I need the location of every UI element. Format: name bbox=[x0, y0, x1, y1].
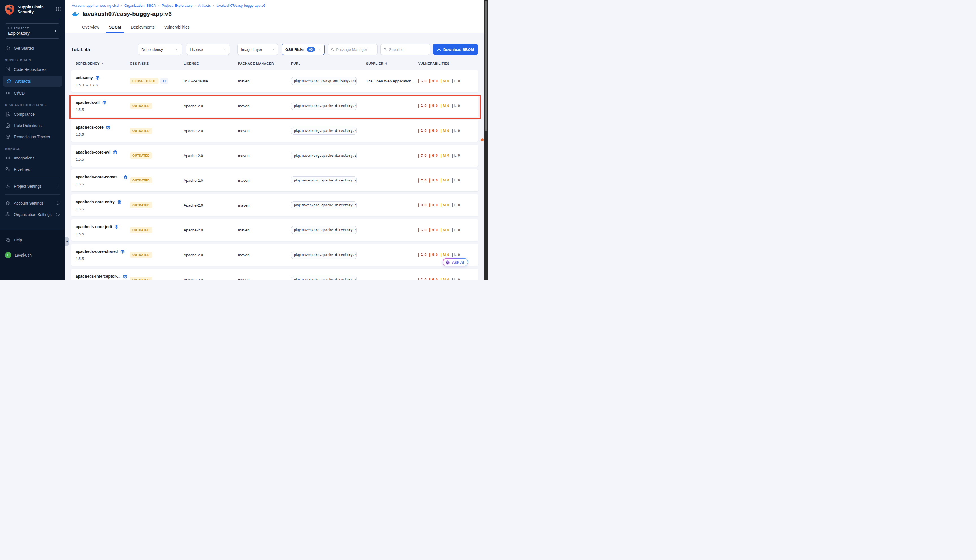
oss-risks-cell: OUTDATED bbox=[130, 103, 184, 109]
dependency-filter-dropdown[interactable]: Dependency bbox=[138, 44, 182, 55]
table-row-apacheds-interceptor-[interactable]: apacheds-interceptor-...1.5.5OUTDATEDApa… bbox=[71, 269, 478, 280]
dropdown-label: License bbox=[190, 47, 203, 52]
scrollbar-thumb[interactable] bbox=[485, 1, 487, 131]
oss-risks-cell: OUTDATED bbox=[130, 202, 184, 208]
sidebar-item-organization-settings[interactable]: Organization Settings bbox=[0, 209, 65, 220]
tab-deployments[interactable]: Deployments bbox=[130, 25, 155, 33]
sidebar-item-code-repositories[interactable]: Code Repositories bbox=[0, 64, 65, 75]
package-manager-input[interactable] bbox=[336, 47, 374, 52]
breadcrumb-artifact-name[interactable]: lavakush07/easy-buggy-app:v6 bbox=[216, 4, 265, 8]
dependency-cell: apacheds-core-shared1.5.5 bbox=[76, 249, 130, 261]
sidebar-item-integrations[interactable]: Integrations bbox=[0, 152, 65, 163]
sidebar-item-help[interactable]: Help bbox=[0, 234, 65, 245]
sidebar-item-project-settings[interactable]: Project Settings bbox=[0, 181, 65, 192]
image-layer-filter-dropdown[interactable]: Image Layer bbox=[237, 44, 279, 55]
sidebar-item-get-started[interactable]: Get Started bbox=[0, 43, 65, 53]
oss-risks-filter-dropdown[interactable]: OSS Risks 03 bbox=[282, 44, 325, 55]
vuln-count-m: M 0 bbox=[440, 228, 450, 232]
table-row-apacheds-core-avl[interactable]: apacheds-core-avl1.5.5OUTDATEDApache-2.0… bbox=[71, 145, 478, 167]
purl-cell: pkg:maven/org.apache.directory.s… bbox=[291, 102, 366, 110]
dependency-name: apacheds-core-entry bbox=[76, 200, 115, 204]
sidebar-item-ci-cd[interactable]: CI/CD bbox=[0, 88, 65, 98]
table-row-apacheds-all[interactable]: apacheds-all1.5.5OUTDATEDApache-2.0maven… bbox=[71, 95, 478, 117]
table-row-apacheds-core[interactable]: apacheds-core1.5.5OUTDATEDApache-2.0mave… bbox=[71, 120, 478, 142]
vuln-count-h: H 0 bbox=[429, 79, 438, 83]
breadcrumb-account[interactable]: Account: app-harness-ng-cicd bbox=[72, 4, 118, 8]
oss-risk-badge: OUTDATED bbox=[130, 128, 152, 134]
purl-pill[interactable]: pkg:maven/org.apache.directory.s… bbox=[291, 201, 357, 209]
vuln-count-h: H 0 bbox=[429, 153, 438, 158]
table-row-apacheds-core-jndi[interactable]: apacheds-core-jndi1.5.5OUTDATEDApache-2.… bbox=[71, 219, 478, 241]
vuln-count-h: H 0 bbox=[429, 129, 438, 133]
download-icon bbox=[437, 47, 441, 52]
sidebar-item-user[interactable]: L Lavakush bbox=[0, 249, 65, 261]
tab-vulnerabilities[interactable]: Vulnerabilities bbox=[164, 25, 190, 33]
purl-pill[interactable]: pkg:maven/org.apache.directory.s… bbox=[291, 102, 357, 110]
image-layers-icon bbox=[123, 274, 128, 279]
package-manager-cell: maven bbox=[238, 228, 291, 232]
image-layers-icon bbox=[120, 249, 125, 254]
oss-risk-more-chip[interactable]: +1 bbox=[160, 78, 169, 84]
purl-pill[interactable]: pkg:maven/org.apache.directory.s… bbox=[291, 226, 357, 234]
table-row-apacheds-core-consta-[interactable]: apacheds-core-consta...1.5.5OUTDATEDApac… bbox=[71, 169, 478, 192]
table-row-apacheds-core-entry[interactable]: apacheds-core-entry1.5.5OUTDATEDApache-2… bbox=[71, 194, 478, 216]
vulnerabilities-cell: C 0H 0M 0L 0 bbox=[418, 79, 478, 83]
sidebar-item-compliance[interactable]: Compliance bbox=[0, 109, 65, 120]
info-icon[interactable] bbox=[56, 201, 60, 205]
breadcrumb-project[interactable]: Project: Exploratory bbox=[162, 4, 192, 8]
project-selector[interactable]: PROJECT Exploratory bbox=[5, 23, 60, 39]
severity-bar bbox=[452, 129, 453, 133]
breadcrumb-organization[interactable]: Organization: SSCA bbox=[124, 4, 156, 8]
supplier-search[interactable] bbox=[380, 44, 430, 55]
severity-bar bbox=[418, 104, 419, 108]
sidebar-item-artifacts[interactable]: Artifacts bbox=[3, 76, 62, 87]
breadcrumb-artifacts[interactable]: Artifacts bbox=[198, 4, 211, 8]
oss-risks-count-badge: 03 bbox=[307, 47, 315, 52]
column-header-dependency[interactable]: DEPENDENCY ▼ bbox=[76, 62, 130, 65]
severity-bar bbox=[452, 79, 453, 83]
oss-risk-badge: OUTDATED bbox=[130, 177, 152, 183]
column-header-supplier[interactable]: SUPPLIER ▲▼ bbox=[366, 62, 418, 65]
table-row-antisamy[interactable]: antisamy1.5.3 → 1.7.8CLOSE TO EOL+1BSD-2… bbox=[71, 70, 478, 92]
severity-label: M 0 bbox=[443, 129, 450, 133]
info-icon[interactable] bbox=[56, 212, 60, 217]
download-sbom-button[interactable]: Download SBOM bbox=[433, 44, 478, 55]
purl-pill[interactable]: pkg:maven/org.owasp.antisamy/ant… bbox=[291, 77, 357, 85]
severity-bar bbox=[452, 253, 453, 257]
pipelines-icon bbox=[5, 167, 10, 172]
ask-ai-button[interactable]: Ask AI bbox=[442, 258, 468, 266]
vuln-count-m: M 0 bbox=[440, 253, 450, 257]
severity-label: H 0 bbox=[432, 203, 438, 207]
vuln-count-m: M 0 bbox=[440, 278, 450, 280]
table-row-apacheds-core-shared[interactable]: apacheds-core-shared1.5.5OUTDATEDApache-… bbox=[71, 244, 478, 266]
license-cell: Apache-2.0 bbox=[184, 228, 238, 232]
sidebar-item-label: CI/CD bbox=[14, 91, 25, 95]
tab-sbom[interactable]: SBOM bbox=[108, 25, 122, 33]
severity-bar bbox=[418, 79, 419, 83]
sidebar-item-rule-definitions[interactable]: Rule Definitions bbox=[0, 120, 65, 131]
dependency-version: 1.5.5 bbox=[76, 132, 84, 137]
severity-bar bbox=[440, 153, 441, 158]
supplier-cell: The Open Web Application … bbox=[366, 79, 418, 83]
sidebar-item-account-settings[interactable]: Account Settings bbox=[0, 198, 65, 208]
severity-label: L 0 bbox=[454, 178, 460, 182]
tab-overview[interactable]: Overview bbox=[82, 25, 100, 33]
purl-pill[interactable]: pkg:maven/org.apache.directory.s… bbox=[291, 276, 357, 280]
vulnerabilities-cell: C 0H 0M 0L 0 bbox=[418, 278, 478, 280]
oss-risks-cell: OUTDATED bbox=[130, 277, 184, 280]
license-filter-dropdown[interactable]: License bbox=[186, 44, 230, 55]
oss-risks-cell: OUTDATED bbox=[130, 152, 184, 158]
supplier-input[interactable] bbox=[389, 47, 427, 52]
purl-pill[interactable]: pkg:maven/org.apache.directory.s… bbox=[291, 127, 357, 135]
purl-pill[interactable]: pkg:maven/org.apache.directory.s… bbox=[291, 152, 357, 160]
sidebar-item-remediation-tracker[interactable]: Remediation Tracker bbox=[0, 131, 65, 142]
package-manager-search[interactable] bbox=[328, 44, 377, 55]
purl-pill[interactable]: pkg:maven/org.apache.directory.s… bbox=[291, 177, 357, 184]
sidebar-item-pipelines[interactable]: Pipelines bbox=[0, 164, 65, 175]
sidebar-footer-nav: Project SettingsAccount SettingsOrganiza… bbox=[0, 181, 65, 220]
purl-pill[interactable]: pkg:maven/org.apache.directory.s… bbox=[291, 251, 357, 259]
app-switcher-grid-icon[interactable] bbox=[56, 7, 61, 13]
license-cell: BSD-2-Clause bbox=[184, 79, 238, 83]
severity-bar bbox=[418, 203, 419, 207]
sidebar-collapse-handle[interactable]: ◀ bbox=[65, 237, 69, 246]
